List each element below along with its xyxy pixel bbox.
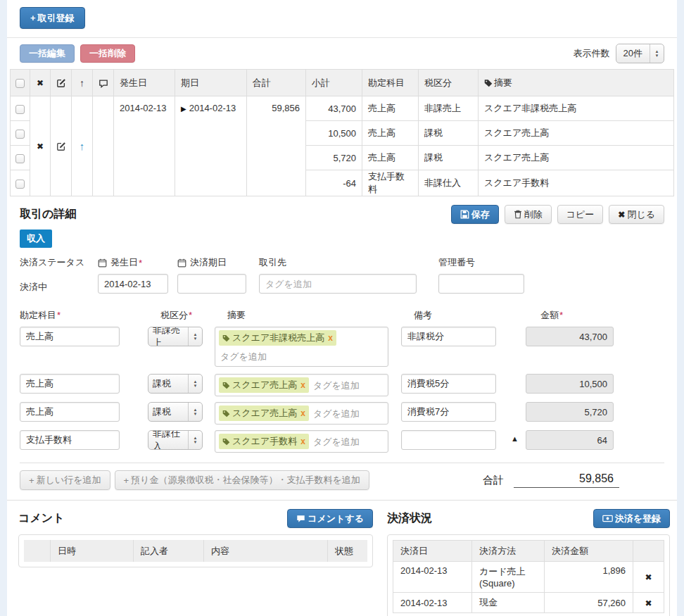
comments-header-status: 状態	[328, 540, 367, 562]
account-input[interactable]	[20, 327, 120, 346]
add-deposit-button[interactable]: + 預り金（源泉徴収税・社会保険等）・支払手数料を追加	[115, 470, 369, 490]
add-comment-button[interactable]: コメントする	[287, 509, 373, 528]
management-number-label: 管理番号	[438, 256, 524, 269]
topbar: + 取引登録	[7, 0, 677, 38]
payment-date: 2014-02-13	[393, 593, 472, 613]
bulk-delete-button[interactable]: 一括削除	[80, 44, 135, 63]
cell-account: 売上高	[362, 121, 419, 146]
tax-select[interactable]: 非課仕入 ▲▼	[148, 430, 203, 450]
cell-subtotal: 10,500	[306, 121, 362, 146]
note-input[interactable]	[401, 402, 496, 422]
close-button[interactable]: ✖ 閉じる	[609, 205, 664, 224]
grid-header-note: 備考	[414, 309, 509, 322]
delete-button[interactable]: 削除	[505, 205, 552, 224]
edit-row-icon[interactable]	[51, 96, 72, 196]
comment-cell	[93, 96, 114, 196]
summary-tag-box[interactable]: スクエア売上高 x タグを追加	[215, 374, 388, 396]
tax-select[interactable]: 非課売上 ▲▼	[148, 327, 203, 346]
payments-title: 決済状況	[387, 511, 432, 526]
transactions-table: ✖ ↑ 発生日 期日 合計 小計 勘定科目 税区分 摘要	[10, 69, 674, 196]
partner-label: 取引先	[259, 256, 417, 269]
note-input[interactable]	[401, 374, 496, 394]
payment-due-label: 決済期日	[190, 256, 227, 269]
tag-add-placeholder[interactable]: タグを追加	[220, 351, 384, 363]
note-input[interactable]	[401, 327, 496, 346]
comments-box: 日時 記入者 内容 状態	[18, 534, 373, 567]
cell-tax: 非課売上	[419, 96, 479, 121]
plus-icon: +	[124, 475, 129, 486]
close-icon: ✖	[618, 210, 625, 220]
amount-input	[526, 374, 614, 394]
occur-date-input[interactable]	[98, 274, 168, 294]
account-input[interactable]	[20, 430, 120, 450]
delete-payment-icon[interactable]: ✖	[645, 598, 652, 608]
summary-tag: スクエア非課税売上高 x	[219, 330, 336, 346]
comments-header-author: 記入者	[134, 540, 204, 562]
comment-bubble-icon	[296, 515, 305, 523]
header-tax-class: 税区分	[419, 70, 479, 96]
trash-icon	[514, 210, 522, 219]
delete-payment-icon[interactable]: ✖	[645, 572, 652, 582]
account-input[interactable]	[20, 374, 120, 394]
summary-tag-box[interactable]: スクエア手数料 x タグを追加	[215, 430, 388, 453]
delete-label: 削除	[524, 208, 543, 221]
cell-due-date[interactable]: ▶2014-02-13	[175, 96, 247, 196]
summary-tag-box[interactable]: スクエア売上高 x タグを追加	[215, 402, 388, 425]
tag-add-placeholder[interactable]: タグを追加	[313, 379, 360, 392]
tax-select[interactable]: 課税 ▲▼	[148, 402, 203, 422]
summary-tag: スクエア売上高 x	[219, 377, 309, 393]
partner-input[interactable]	[259, 274, 417, 294]
display-count-value: 20件	[616, 44, 650, 63]
copy-button[interactable]: コピー	[557, 205, 604, 224]
copy-label: コピー	[566, 208, 595, 221]
payment-due-input[interactable]	[177, 274, 246, 294]
line-item-row: 課税 ▲▼ スクエア売上高 x タグを追加	[20, 374, 664, 396]
amount-input	[526, 402, 614, 422]
display-count-label: 表示件数	[574, 47, 610, 60]
display-count-select[interactable]: 20件 ▲▼	[616, 44, 664, 63]
select-all-checkbox[interactable]	[15, 79, 25, 88]
tag-icon	[484, 79, 493, 87]
calendar-icon	[98, 258, 107, 268]
row-checkbox[interactable]	[15, 130, 25, 139]
payments-header-amount: 決済金額	[545, 541, 633, 562]
add-row-button[interactable]: + 新しい行を追加	[20, 470, 110, 490]
save-icon	[460, 210, 469, 219]
remove-tag-icon[interactable]: x	[300, 436, 305, 446]
save-label: 保存	[471, 208, 490, 221]
cell-summary: スクエア非課税売上高	[479, 96, 674, 121]
detail-title: 取引の詳細	[20, 207, 76, 222]
register-payment-button[interactable]: 決済を登録	[593, 509, 670, 528]
payment-row: 2014-02-13 カード売上 (Square) 1,896 ✖	[393, 562, 664, 593]
cell-tax: 課税	[419, 146, 479, 170]
row-checkbox[interactable]	[15, 180, 25, 189]
cell-occur-date: 2014-02-13	[114, 96, 175, 196]
row-checkbox[interactable]	[15, 154, 25, 163]
save-button[interactable]: 保存	[451, 205, 499, 224]
grid-header-tax: 税区分*	[160, 309, 203, 322]
remove-tag-icon[interactable]: x	[300, 408, 305, 418]
grid-footer: + 新しい行を追加 + 預り金（源泉徴収税・社会保険等）・支払手数料を追加 合計…	[7, 463, 677, 490]
tax-select[interactable]: 課税 ▲▼	[148, 374, 203, 394]
occur-date-label: 発生日	[110, 256, 138, 269]
comments-section: コメント コメントする 日時 記入者 内容 状態	[13, 509, 373, 616]
row-checkbox[interactable]	[15, 105, 25, 114]
tag-add-placeholder[interactable]: タグを追加	[313, 408, 360, 420]
cell-subtotal: 43,700	[306, 96, 362, 121]
summary-tag-box[interactable]: スクエア非課税売上高 x タグを追加	[215, 327, 388, 367]
amount-input	[526, 327, 614, 346]
payments-box: 決済日 決済方法 決済金額 2014-02-13 カード売上 (Square)	[387, 534, 670, 616]
cell-total: 59,856	[247, 96, 306, 196]
comments-header-datetime: 日時	[51, 540, 134, 562]
tag-add-placeholder[interactable]: タグを追加	[313, 436, 360, 448]
management-number-input[interactable]	[438, 274, 524, 294]
register-transaction-label: 取引登録	[38, 12, 75, 25]
register-transaction-button[interactable]: + 取引登録	[20, 7, 85, 29]
note-input[interactable]	[401, 430, 496, 450]
remove-tag-icon[interactable]: x	[300, 380, 305, 390]
delete-row-icon[interactable]: ✖	[37, 142, 44, 151]
bulk-edit-button[interactable]: 一括編集	[20, 44, 75, 63]
delete-column-icon: ✖	[37, 78, 44, 88]
account-input[interactable]	[20, 402, 120, 422]
remove-tag-icon[interactable]: x	[328, 333, 333, 343]
